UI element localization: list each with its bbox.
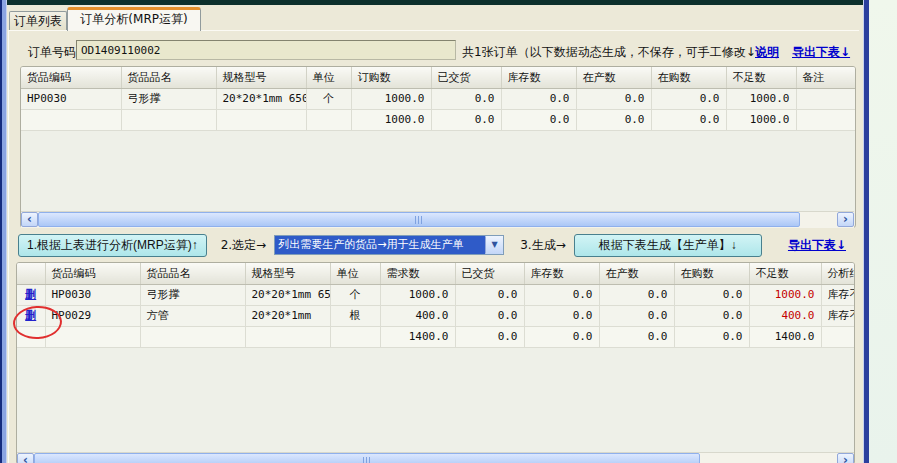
cell-shortage-qty: 1000.0 bbox=[726, 88, 796, 109]
order-count-info: 共1张订单（以下数据动态生成，不保存，可手工修改↓） bbox=[462, 44, 768, 61]
col-header: 不足数 bbox=[749, 263, 821, 284]
cell-delivered-qty: 0.0 bbox=[431, 88, 501, 109]
col-header: 已交货 bbox=[431, 67, 501, 88]
cell-analysis-result: 库存不足 bbox=[821, 284, 855, 305]
scrollbar-thumb[interactable] bbox=[34, 453, 700, 463]
table-row: 删 HP0030 弓形撑 20*20*1mm 650mm 个 1000.0 0.… bbox=[17, 284, 855, 305]
sum-inproduction-qty: 0.0 bbox=[576, 109, 651, 130]
col-header: 货品编码 bbox=[21, 67, 121, 88]
cell-ordered-qty: 1000.0 bbox=[351, 88, 431, 109]
window-top-strip bbox=[2, 0, 863, 5]
scroll-left-icon[interactable]: ‹ bbox=[21, 212, 38, 227]
scrollbar-thumb[interactable] bbox=[38, 212, 800, 227]
scroll-right-icon[interactable]: › bbox=[837, 212, 854, 227]
col-header: 单位 bbox=[330, 263, 380, 284]
cell-spec: 20*20*1mm 650mm bbox=[245, 284, 330, 305]
help-link[interactable]: 说明 bbox=[755, 44, 779, 61]
summary-row: 1400.0 0.0 0.0 0.0 0.0 1400.0 bbox=[17, 326, 855, 347]
cell-purchasing-qty: 0.0 bbox=[674, 284, 749, 305]
col-header: 不足数 bbox=[726, 67, 796, 88]
cell-inproduction-qty: 0.0 bbox=[599, 305, 674, 326]
cell-delivered-qty: 0.0 bbox=[455, 284, 524, 305]
cell-unit: 个 bbox=[306, 88, 351, 109]
cell-inproduction-qty: 0.0 bbox=[576, 88, 651, 109]
tab-order-list[interactable]: 订单列表 bbox=[9, 11, 67, 31]
tab-order-analysis-mrp[interactable]: 订单分析(MRP运算) bbox=[67, 7, 201, 31]
cell-item-name: 方管 bbox=[140, 305, 245, 326]
col-header: 规格型号 bbox=[216, 67, 306, 88]
cell-purchasing-qty: 0.0 bbox=[674, 305, 749, 326]
sum-stock-qty: 0.0 bbox=[501, 109, 576, 130]
analyze-mrp-button[interactable]: 1.根据上表进行分析(MRP运算)↑ bbox=[18, 234, 207, 257]
col-header: 规格型号 bbox=[245, 263, 330, 284]
table-row: HP0030 弓形撑 20*20*1mm 650mm 个 1000.0 0.0 … bbox=[21, 88, 856, 109]
scroll-right-icon[interactable]: › bbox=[837, 453, 854, 463]
cell-inproduction-qty: 0.0 bbox=[599, 284, 674, 305]
scroll-left-icon[interactable]: ‹ bbox=[17, 453, 34, 463]
sum-ordered-qty: 1000.0 bbox=[351, 109, 431, 130]
delete-row-link[interactable]: 删 bbox=[25, 309, 36, 322]
col-header-delete bbox=[17, 263, 45, 284]
sum-delivered-qty: 0.0 bbox=[431, 109, 501, 130]
sum-shortage-qty: 1400.0 bbox=[749, 326, 821, 347]
cell-unit: 个 bbox=[330, 284, 380, 305]
upper-table-hscrollbar[interactable]: ‹ › bbox=[21, 211, 854, 228]
window-left-border bbox=[0, 0, 7, 463]
cell-spec: 20*20*1mm bbox=[245, 305, 330, 326]
col-header: 在产数 bbox=[576, 67, 651, 88]
sum-inproduction-qty: 0.0 bbox=[599, 326, 674, 347]
cell-item-name: 弓形撑 bbox=[140, 284, 245, 305]
sum-stock-qty: 0.0 bbox=[524, 326, 599, 347]
col-header: 货品品名 bbox=[121, 67, 216, 88]
cell-stock-qty: 0.0 bbox=[501, 88, 576, 109]
cell-stock-qty: 0.0 bbox=[524, 284, 599, 305]
mrp-result-table: 货品编码 货品品名 规格型号 单位 需求数 已交货 库存数 在产数 在购数 不足… bbox=[16, 262, 855, 463]
col-header: 货品品名 bbox=[140, 263, 245, 284]
sum-delivered-qty: 0.0 bbox=[455, 326, 524, 347]
export-lower-table-link[interactable]: 导出下表↓ bbox=[788, 237, 846, 254]
scrollbar-track[interactable] bbox=[700, 453, 837, 463]
chevron-down-icon[interactable]: ▼ bbox=[485, 236, 503, 254]
delete-row-link[interactable]: 删 bbox=[25, 288, 36, 301]
col-header: 单位 bbox=[306, 67, 351, 88]
cell-unit: 根 bbox=[330, 305, 380, 326]
summary-row: 1000.0 0.0 0.0 0.0 0.0 1000.0 bbox=[21, 109, 856, 130]
cell-spec: 20*20*1mm 650mm bbox=[216, 88, 306, 109]
col-header: 备注 bbox=[796, 67, 856, 88]
cell-required-qty: 1000.0 bbox=[380, 284, 455, 305]
generate-production-order-button[interactable]: 根据下表生成【生产单】↓ bbox=[574, 234, 762, 257]
col-header: 已交货 bbox=[455, 263, 524, 284]
export-upper-table-link[interactable]: 导出下表↓ bbox=[792, 44, 850, 61]
col-header: 在产数 bbox=[599, 263, 674, 284]
select-step-label: 2.选定→ bbox=[221, 237, 267, 254]
col-header: 需求数 bbox=[380, 263, 455, 284]
table-header-row: 货品编码 货品品名 规格型号 单位 需求数 已交货 库存数 在产数 在购数 不足… bbox=[17, 263, 855, 284]
col-header: 订购数 bbox=[351, 67, 431, 88]
lower-table-hscrollbar[interactable]: ‹ › bbox=[17, 452, 854, 463]
table-header-row: 货品编码 货品品名 规格型号 单位 订购数 已交货 库存数 在产数 在购数 不足… bbox=[21, 67, 856, 88]
col-header: 在购数 bbox=[651, 67, 726, 88]
cell-stock-qty: 0.0 bbox=[524, 305, 599, 326]
cell-item-code: HP0029 bbox=[45, 305, 140, 326]
col-header: 库存数 bbox=[524, 263, 599, 284]
sum-purchasing-qty: 0.0 bbox=[651, 109, 726, 130]
scrollbar-track[interactable] bbox=[800, 212, 837, 228]
cell-purchasing-qty: 0.0 bbox=[651, 88, 726, 109]
order-number-input[interactable] bbox=[76, 40, 456, 60]
col-header: 分析结果 bbox=[821, 263, 855, 284]
col-header: 在购数 bbox=[674, 263, 749, 284]
cell-shortage-qty: 1000.0 bbox=[749, 284, 821, 305]
sum-shortage-qty: 1000.0 bbox=[726, 109, 796, 130]
cell-item-code: HP0030 bbox=[45, 284, 140, 305]
order-number-label: 订单号码 bbox=[28, 44, 76, 61]
cell-analysis-result: 库存不足 bbox=[821, 305, 855, 326]
production-filter-dropdown[interactable]: 列出需要生产的货品→用于生成生产单 ▼ bbox=[274, 235, 504, 255]
cell-item-code: HP0030 bbox=[21, 88, 121, 109]
cell-remark bbox=[796, 88, 856, 109]
window-right-border bbox=[863, 0, 869, 463]
dropdown-selected-value[interactable]: 列出需要生产的货品→用于生成生产单 bbox=[275, 236, 485, 254]
generate-step-label: 3.生成→ bbox=[520, 237, 566, 254]
cell-delivered-qty: 0.0 bbox=[455, 305, 524, 326]
sum-purchasing-qty: 0.0 bbox=[674, 326, 749, 347]
col-header: 货品编码 bbox=[45, 263, 140, 284]
